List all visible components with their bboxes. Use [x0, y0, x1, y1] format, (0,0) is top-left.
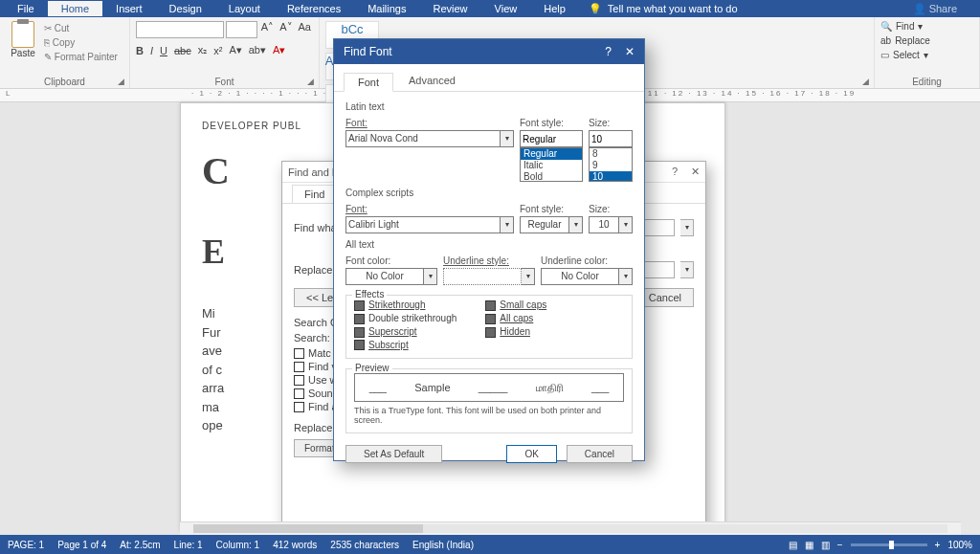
tab-mailings[interactable]: Mailings	[354, 1, 419, 16]
view-print-icon[interactable]: ▦	[805, 540, 813, 550]
font-color-button[interactable]: A▾	[273, 44, 285, 56]
cut-button[interactable]: ✂ Cut	[44, 23, 118, 33]
bold-button[interactable]: B	[136, 45, 144, 56]
styles-launcher[interactable]: ◢	[862, 77, 872, 86]
superscript-button[interactable]: x²	[213, 45, 222, 56]
zoom-in-button[interactable]: +	[935, 540, 941, 550]
tell-me-search[interactable]: 💡 Tell me what you want to do	[589, 3, 738, 15]
ff-tab-advanced[interactable]: Advanced	[395, 72, 469, 91]
help-icon[interactable]: ?	[672, 166, 678, 178]
ribbon-tabs: File Home Insert Design Layout Reference…	[0, 0, 980, 17]
copy-button[interactable]: ⎘ Copy	[44, 37, 118, 48]
tab-references[interactable]: References	[274, 1, 354, 16]
font-launcher[interactable]: ◢	[307, 77, 317, 86]
chevron-down-icon[interactable]: ▾	[424, 268, 437, 285]
format-painter-button[interactable]: ✎ Format Painter	[44, 52, 118, 62]
underline-style-dropdown[interactable]	[443, 268, 522, 285]
chevron-down-icon[interactable]: ▾	[619, 216, 633, 233]
tab-insert[interactable]: Insert	[102, 1, 156, 16]
complex-style-input[interactable]: Regular	[520, 216, 569, 233]
grow-font-button[interactable]: A˄	[259, 21, 276, 38]
latin-style-list[interactable]: Regular Italic Bold	[520, 147, 583, 182]
eff-subscript[interactable]: Subscript	[354, 340, 457, 351]
paste-button[interactable]: Paste	[6, 19, 40, 62]
chevron-down-icon[interactable]: ▾	[501, 130, 514, 147]
close-icon[interactable]: ✕	[691, 166, 700, 178]
find-button[interactable]: 🔍Find ▾	[880, 19, 973, 33]
font-style-label: Font style:	[520, 118, 583, 128]
clipboard-launcher[interactable]: ◢	[118, 77, 127, 86]
select-button[interactable]: ▭Select ▾	[880, 48, 973, 62]
replace-button[interactable]: abReplace	[880, 33, 973, 48]
chevron-down-icon[interactable]: ▾	[619, 268, 633, 285]
status-chars[interactable]: 2535 characters	[330, 540, 399, 550]
shrink-font-button[interactable]: A˅	[278, 21, 294, 38]
eff-double-strike[interactable]: Double strikethrough	[354, 313, 457, 324]
latin-style-input[interactable]	[520, 130, 583, 147]
search-direction-label: Search:	[294, 332, 330, 343]
underline-button[interactable]: U	[160, 45, 167, 56]
status-page[interactable]: PAGE: 1	[8, 540, 44, 550]
fr-tab-find[interactable]: Find	[292, 185, 337, 203]
share-button[interactable]: 👤 Share	[913, 3, 976, 15]
complex-size-input[interactable]: 10	[589, 216, 619, 233]
cancel-button[interactable]: Cancel	[567, 445, 633, 463]
help-icon[interactable]: ?	[605, 45, 612, 58]
latin-size-list[interactable]: 8 9 10	[589, 147, 633, 182]
status-words[interactable]: 412 words	[273, 540, 317, 550]
eff-superscript[interactable]: Superscript	[354, 326, 457, 338]
horizontal-scrollbar[interactable]	[180, 521, 961, 535]
close-icon[interactable]: ✕	[625, 45, 635, 58]
preview-group: Preview ___Sample_____மாதிரி___ This is …	[345, 368, 633, 433]
eff-all-caps[interactable]: All caps	[485, 313, 546, 324]
zoom-out-button[interactable]: −	[837, 540, 843, 550]
replace-with-dropdown[interactable]: ▾	[680, 261, 694, 278]
status-line[interactable]: Line: 1	[174, 540, 203, 550]
tab-review[interactable]: Review	[420, 1, 481, 16]
preview-sample-latin: Sample	[414, 382, 450, 393]
status-at[interactable]: At: 2.5cm	[120, 540, 160, 550]
change-case-button[interactable]: Aa	[297, 21, 313, 38]
tab-home[interactable]: Home	[48, 1, 102, 16]
status-language[interactable]: English (India)	[412, 540, 474, 550]
ff-tab-font[interactable]: Font	[344, 73, 393, 92]
set-default-button[interactable]: Set As Default	[345, 445, 442, 463]
find-what-dropdown[interactable]: ▾	[680, 219, 694, 236]
eff-hidden[interactable]: Hidden	[485, 326, 546, 338]
tab-layout[interactable]: Layout	[215, 1, 274, 16]
underline-color-dropdown[interactable]: No Color	[541, 268, 619, 285]
tab-design[interactable]: Design	[156, 1, 215, 16]
chevron-down-icon[interactable]: ▾	[501, 216, 514, 233]
complex-font-input[interactable]: Calibri Light	[345, 216, 501, 233]
ok-button[interactable]: OK	[506, 445, 556, 463]
latin-size-input[interactable]	[589, 130, 633, 147]
select-icon: ▭	[880, 50, 889, 60]
highlight-button[interactable]: ab▾	[249, 44, 266, 56]
status-page-of[interactable]: Page 1 of 4	[57, 540, 106, 550]
scrollbar-thumb[interactable]	[193, 524, 423, 533]
status-column[interactable]: Column: 1	[216, 540, 260, 550]
tab-help[interactable]: Help	[530, 1, 579, 16]
find-font-titlebar[interactable]: Find Font ? ✕	[334, 39, 644, 64]
chevron-down-icon[interactable]: ▾	[522, 268, 535, 285]
group-label-editing: Editing	[875, 77, 979, 87]
font-name-combo[interactable]	[136, 21, 224, 38]
tab-file[interactable]: File	[4, 1, 48, 16]
tab-view[interactable]: View	[481, 1, 531, 16]
latin-font-input[interactable]: Arial Nova Cond	[345, 130, 501, 147]
view-web-icon[interactable]: ▥	[821, 540, 830, 550]
group-label-clipboard: Clipboard	[0, 77, 129, 87]
font-size-combo[interactable]	[226, 21, 257, 38]
chevron-down-icon[interactable]: ▾	[569, 216, 583, 233]
zoom-slider[interactable]	[851, 543, 927, 546]
subscript-button[interactable]: x₂	[198, 44, 208, 56]
italic-button[interactable]: I	[150, 45, 153, 56]
size-label: Size:	[589, 118, 633, 128]
eff-small-caps[interactable]: Small caps	[485, 299, 546, 311]
font-color-dropdown[interactable]: No Color	[345, 268, 424, 285]
zoom-level[interactable]: 100%	[947, 540, 972, 550]
eff-strikethrough[interactable]: Strikethrough	[354, 299, 457, 311]
view-read-icon[interactable]: ▤	[789, 540, 797, 550]
strike-button[interactable]: abc	[174, 45, 191, 56]
text-effects-button[interactable]: A▾	[229, 44, 241, 56]
